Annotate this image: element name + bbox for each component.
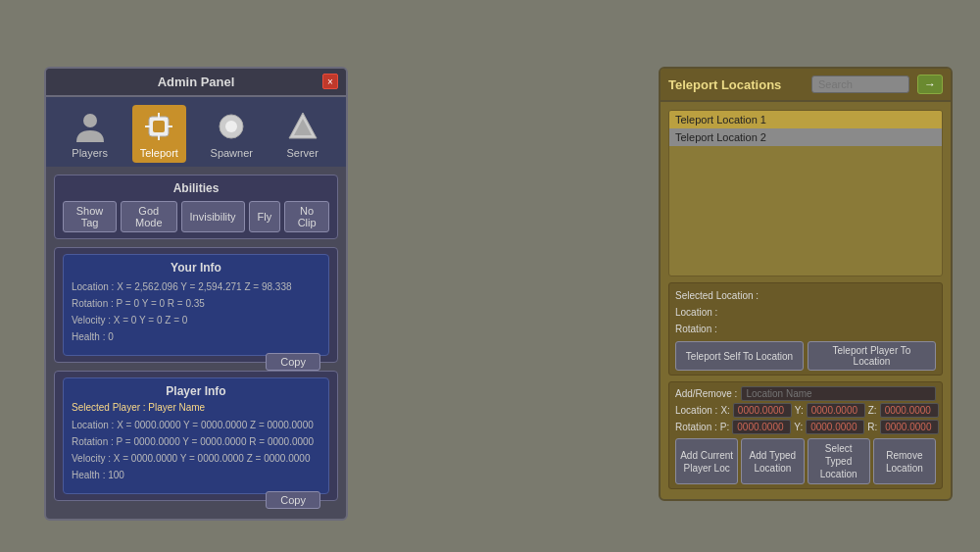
location-z-input[interactable] [880, 403, 939, 418]
rotation-row-label: Rotation : [675, 422, 717, 432]
location-x-input[interactable] [733, 403, 792, 418]
player-info-copy-button[interactable]: Copy [266, 491, 320, 509]
bottom-action-buttons: Add CurrentPlayer Loc Add TypedLocation … [675, 438, 936, 484]
location-coord-row: Location : X: Y: Z: [675, 403, 936, 418]
your-info-box: Your Info Location : X = 2,562.096 Y = 2… [63, 254, 329, 356]
your-velocity: Velocity : X = 0 Y = 0 Z = 0 [72, 312, 320, 328]
teleport-self-button[interactable]: Teleport Self To Location [675, 341, 804, 371]
tab-server-label: Server [286, 147, 318, 159]
list-item[interactable]: Teleport Location 1 [669, 111, 942, 128]
player-rotation: Rotation : P = 0000.0000 Y = 0000.0000 R… [72, 433, 320, 450]
rotation-coord-row: Rotation : P: Y: R: [675, 420, 936, 434]
your-info-title: Your Info [72, 261, 320, 275]
teleport-player-button[interactable]: Teleport Player To Location [808, 341, 936, 371]
abilities-section: Abilities Show Tag God Mode Invisibility… [54, 175, 338, 239]
tab-players[interactable]: Players [64, 105, 116, 163]
player-info-section: Player Info Selected Player : Player Nam… [54, 371, 338, 501]
tab-teleport[interactable]: Teleport [132, 105, 186, 163]
z-label: Z: [868, 405, 877, 416]
location-y-input[interactable] [807, 403, 865, 418]
admin-panel-title: Admin Panel [158, 75, 235, 89]
select-typed-location-button[interactable]: Select TypedLocation [808, 438, 870, 484]
tab-teleport-label: Teleport [140, 147, 178, 159]
admin-panel-header: Admin Panel × [46, 69, 346, 97]
player-info-box: Player Info Selected Player : Player Nam… [63, 377, 329, 494]
tab-players-label: Players [72, 147, 108, 159]
selected-rotation-value: Rotation : [675, 321, 936, 337]
x-label: X: [720, 405, 729, 416]
selected-location-value: Location : [675, 304, 936, 321]
teleport-panel-header: Teleport Locations → [661, 69, 951, 102]
location-row-label: Location : [675, 405, 717, 416]
player-icon [73, 109, 108, 144]
close-button[interactable]: × [322, 74, 338, 89]
your-location: Location : X = 2,562.096 Y = 2,594.271 Z… [72, 278, 320, 295]
teleport-locations-panel: Teleport Locations → Teleport Location 1… [659, 67, 953, 501]
player-location: Location : X = 0000.0000 Y = 0000.0000 Z… [72, 417, 320, 433]
noclip-button[interactable]: No Clip [284, 201, 329, 232]
abilities-title: Abilities [63, 181, 329, 195]
your-info-section: Your Info Location : X = 2,562.096 Y = 2… [54, 247, 338, 363]
player-health: Health : 100 [72, 467, 320, 483]
abilities-buttons: Show Tag God Mode Invisibility Fly No Cl… [63, 201, 329, 232]
selected-location-section: Selected Location : Location : Rotation … [668, 282, 943, 376]
show-tag-button[interactable]: Show Tag [63, 201, 117, 232]
teleport-panel-title: Teleport Locations [668, 77, 804, 92]
tab-bar: Players Teleport [46, 97, 346, 167]
god-mode-button[interactable]: God Mode [121, 201, 177, 232]
tab-spawner[interactable]: Spawner [203, 105, 261, 163]
svg-point-8 [225, 121, 237, 132]
player-velocity: Velocity : X = 0000.0000 Y = 0000.0000 Z… [72, 450, 320, 467]
rotation-r-input[interactable] [880, 420, 939, 434]
tab-spawner-label: Spawner [211, 147, 253, 159]
svg-rect-2 [153, 121, 165, 132]
spawner-icon [214, 109, 249, 144]
search-input[interactable] [811, 75, 909, 93]
ry-label: Y: [794, 422, 803, 432]
add-remove-label: Add/Remove : [675, 388, 737, 399]
rotation-p-input[interactable] [732, 420, 791, 434]
tab-server[interactable]: Server [277, 105, 328, 163]
teleport-action-buttons: Teleport Self To Location Teleport Playe… [675, 341, 936, 371]
add-current-player-loc-button[interactable]: Add CurrentPlayer Loc [675, 438, 738, 484]
add-remove-header-row: Add/Remove : [675, 386, 936, 401]
add-typed-location-button[interactable]: Add TypedLocation [741, 438, 804, 484]
r-label: R: [867, 422, 877, 432]
admin-panel: Admin Panel × Players [44, 67, 348, 521]
p-label: P: [720, 422, 729, 432]
teleport-icon [141, 109, 176, 144]
y-label: Y: [795, 405, 804, 416]
server-icon [285, 109, 320, 144]
your-rotation: Rotation : P = 0 Y = 0 R = 0.35 [72, 295, 320, 312]
svg-point-0 [83, 114, 97, 127]
remove-location-button[interactable]: RemoveLocation [873, 438, 936, 484]
player-info-title: Player Info [72, 384, 320, 398]
search-button[interactable]: → [917, 75, 943, 94]
fly-button[interactable]: Fly [249, 201, 281, 232]
your-info-copy-button[interactable]: Copy [266, 353, 320, 371]
rotation-y-input[interactable] [806, 420, 864, 434]
add-remove-section: Add/Remove : Location : X: Y: Z: Rotatio… [668, 381, 943, 489]
location-list[interactable]: Teleport Location 1 Teleport Location 2 [668, 110, 943, 276]
invisibility-button[interactable]: Invisibility [181, 201, 245, 232]
selected-location-label: Selected Location : [675, 287, 936, 304]
list-item[interactable]: Teleport Location 2 [669, 128, 942, 146]
location-name-input[interactable] [741, 386, 936, 401]
your-health: Health : 0 [72, 328, 320, 345]
selected-player-label: Selected Player : Player Name [72, 402, 320, 413]
